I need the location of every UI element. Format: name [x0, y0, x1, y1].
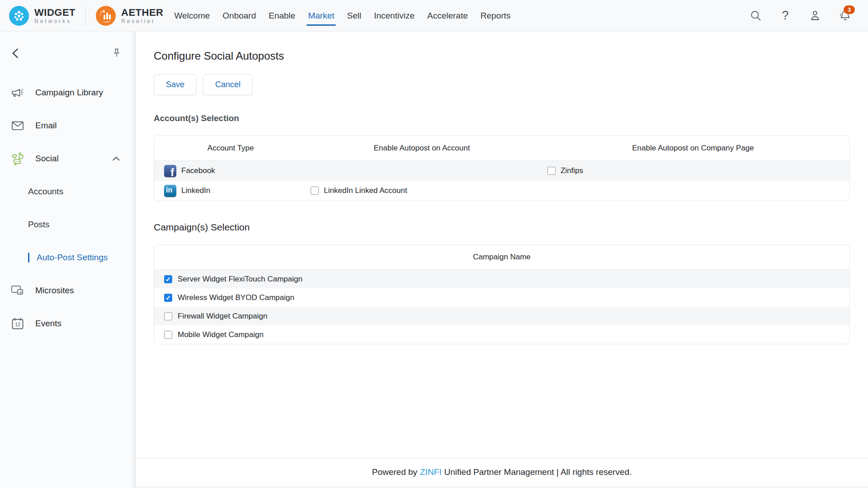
- sidebar-item-email[interactable]: Email: [0, 109, 136, 142]
- aether-brand-name: AETHER: [121, 7, 163, 18]
- notifications-bell-icon[interactable]: 3: [838, 9, 852, 23]
- campaign-row-wireless-widget: Wireless Widget BYOD Campaign: [154, 288, 849, 307]
- nav-accelerate[interactable]: Accelerate: [427, 0, 468, 31]
- nav-enable[interactable]: Enable: [269, 0, 295, 31]
- help-icon[interactable]: [778, 9, 792, 23]
- widget-brand-sub: Networks: [34, 19, 75, 24]
- campaign-label-wireless-widget: Wireless Widget BYOD Campaign: [178, 293, 294, 302]
- col-enable-autopost-company: Enable Autopost on Company Page: [537, 144, 849, 153]
- svg-text:12: 12: [15, 322, 20, 327]
- col-campaign-name: Campaign Name: [154, 245, 849, 270]
- sidebar-label-campaign-library: Campaign Library: [35, 88, 103, 98]
- campaign-row-mobile-widget: Mobile Widget Campaign: [154, 325, 849, 344]
- sidebar-label-microsites: Microsites: [35, 286, 74, 296]
- nav-onboard[interactable]: Onboard: [222, 0, 256, 31]
- linkedin-linked-account-label: LinkedIn Linked Account: [324, 186, 407, 195]
- sidebar-item-social[interactable]: Social: [0, 142, 136, 175]
- widget-networks-logo: WIDGET Networks: [9, 6, 75, 26]
- main-content: Configure Social Autoposts Save Cancel A…: [136, 32, 868, 488]
- campaign-checkbox-server-widget[interactable]: [164, 275, 172, 283]
- sidebar-item-microsites[interactable]: Microsites: [0, 274, 136, 307]
- sidebar-item-auto-post-settings[interactable]: Auto-Post Settings: [0, 241, 136, 274]
- table-row-linkedin: LinkedIn LinkedIn Linked Account: [154, 181, 849, 201]
- footer: Powered by ZINFI Unified Partner Managem…: [136, 458, 868, 487]
- accounts-section-title: Account(s) Selection: [154, 113, 850, 123]
- sidebar-item-accounts[interactable]: Accounts: [0, 175, 136, 208]
- campaign-label-firewall-widget: Firewall Widget Campaign: [178, 312, 267, 321]
- notification-count-badge: 3: [844, 5, 855, 14]
- linkedin-linked-account-checkbox[interactable]: [311, 187, 319, 195]
- megaphone-icon: [10, 86, 25, 99]
- widget-logo-icon: [9, 6, 29, 26]
- col-enable-autopost-account: Enable Autopost on Account: [307, 144, 537, 153]
- sidebar-label-posts: Posts: [28, 220, 50, 230]
- aether-reseller-logo: AETHER Reseller: [96, 6, 163, 26]
- sidebar-label-accounts: Accounts: [28, 187, 63, 197]
- sidebar-label-auto-post-settings: Auto-Post Settings: [37, 253, 108, 263]
- nav-market[interactable]: Market: [308, 0, 334, 31]
- chevron-up-icon[interactable]: [110, 153, 122, 164]
- campaign-row-server-widget: Server Widget FlexiTouch Campaign: [154, 270, 849, 288]
- sidebar-item-posts[interactable]: Posts: [0, 208, 136, 241]
- zinfips-checkbox[interactable]: [547, 167, 556, 175]
- footer-rights: Unified Partner Management | All rights …: [444, 467, 632, 477]
- campaign-label-server-widget: Server Widget FlexiTouch Campaign: [178, 275, 302, 284]
- accounts-table-header: Account Type Enable Autopost on Account …: [154, 136, 849, 161]
- cancel-button[interactable]: Cancel: [203, 74, 253, 95]
- accounts-table: Account Type Enable Autopost on Account …: [154, 135, 850, 201]
- active-indicator-bar: [28, 253, 29, 263]
- social-icon: [10, 151, 25, 166]
- sidebar-menu: Campaign Library Email: [0, 76, 136, 340]
- campaigns-section-title: Campaign(s) Selection: [154, 222, 850, 233]
- calendar-icon: 12: [10, 317, 25, 330]
- widget-brand-name: WIDGET: [34, 7, 75, 18]
- sidebar-pin-icon[interactable]: [111, 47, 122, 59]
- microsites-screens-icon: [10, 284, 25, 297]
- aether-brand-sub: Reseller: [121, 19, 163, 24]
- sidebar-item-events[interactable]: 12 Events: [0, 307, 136, 340]
- brand-divider: [85, 6, 86, 25]
- main-nav: Welcome Onboard Enable Market Sell Incen…: [174, 0, 510, 31]
- sidebar-label-social: Social: [35, 154, 59, 164]
- nav-welcome[interactable]: Welcome: [174, 0, 210, 31]
- nav-incentivize[interactable]: Incentivize: [374, 0, 415, 31]
- campaigns-table: Campaign Name Server Widget FlexiTouch C…: [154, 244, 850, 344]
- page-title: Configure Social Autoposts: [154, 50, 850, 62]
- envelope-icon: [10, 120, 25, 131]
- campaign-row-firewall-widget: Firewall Widget Campaign: [154, 307, 849, 325]
- user-icon[interactable]: [808, 9, 822, 23]
- campaign-checkbox-wireless-widget[interactable]: [164, 294, 172, 302]
- save-button[interactable]: Save: [154, 74, 197, 95]
- table-row-facebook: Facebook Zinfips: [154, 161, 849, 181]
- nav-sell[interactable]: Sell: [347, 0, 362, 31]
- zinfips-checkbox-label: Zinfips: [561, 166, 583, 175]
- footer-zinfi-link[interactable]: ZINFI: [420, 467, 442, 477]
- header-icons: 3: [749, 9, 852, 23]
- footer-powered-by: Powered by: [372, 467, 417, 477]
- facebook-icon: [164, 165, 176, 177]
- sidebar-item-campaign-library[interactable]: Campaign Library: [0, 76, 136, 109]
- sidebar-label-events: Events: [35, 319, 61, 328]
- col-account-type: Account Type: [154, 144, 307, 153]
- app-window: WIDGET Networks AETHER Reseller Welcome: [0, 0, 868, 488]
- account-name-facebook: Facebook: [181, 166, 215, 175]
- nav-reports[interactable]: Reports: [481, 0, 511, 31]
- action-buttons: Save Cancel: [154, 74, 850, 95]
- search-icon[interactable]: [749, 9, 762, 23]
- campaign-label-mobile-widget: Mobile Widget Campaign: [178, 330, 264, 339]
- campaign-checkbox-firewall-widget[interactable]: [164, 312, 172, 320]
- top-header: WIDGET Networks AETHER Reseller Welcome: [0, 0, 868, 32]
- account-name-linkedin: LinkedIn: [181, 186, 210, 195]
- aether-logo-icon: [96, 6, 116, 26]
- sidebar-collapse-back-icon[interactable]: [9, 47, 23, 60]
- linkedin-icon: [164, 185, 176, 197]
- sidebar-label-email: Email: [35, 121, 57, 131]
- campaign-checkbox-mobile-widget[interactable]: [164, 331, 172, 339]
- sidebar: Campaign Library Email: [0, 32, 136, 488]
